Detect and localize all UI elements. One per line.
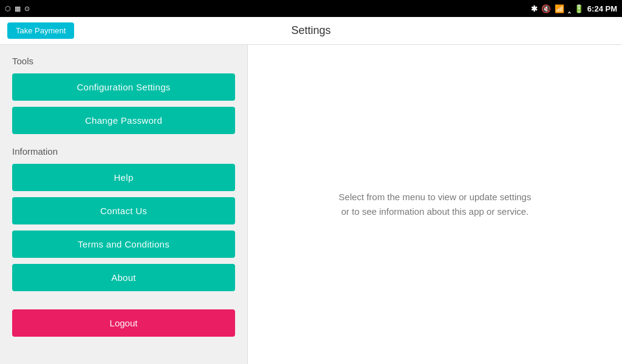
help-button[interactable]: Help — [12, 164, 235, 191]
signal-mute-icon: 🔇 — [541, 4, 551, 13]
usb-icon: ⬡ — [5, 5, 11, 13]
status-bar-right: ✱ 🔇 📶 ‸ 🔋 6:24 PM — [531, 4, 617, 13]
contact-us-button[interactable]: Contact Us — [12, 197, 235, 224]
information-label: Information — [12, 146, 235, 157]
tools-section: Tools Configuration Settings Change Pass… — [12, 56, 235, 134]
main-content: Tools Configuration Settings Change Pass… — [0, 45, 622, 364]
configuration-settings-button[interactable]: Configuration Settings — [12, 73, 235, 101]
status-bar: ⬡ ▦ ⊙ ✱ 🔇 📶 ‸ 🔋 6:24 PM — [0, 0, 622, 17]
battery-clock-icon: ⊙ — [24, 5, 30, 13]
information-section: Information Help Contact Us Terms and Co… — [12, 146, 235, 291]
network-icon: ‸ — [568, 4, 570, 13]
content-line2: or to see information about this app or … — [339, 204, 531, 219]
change-password-button[interactable]: Change Password — [12, 107, 235, 134]
take-payment-button[interactable]: Take Payment — [7, 22, 74, 39]
content-line1: Select from the menu to view or update s… — [339, 190, 531, 204]
about-button[interactable]: About — [12, 264, 235, 291]
header-bar: Take Payment Settings — [0, 17, 622, 45]
content-message: Select from the menu to view or update s… — [339, 190, 531, 219]
logout-button[interactable]: Logout — [12, 309, 235, 337]
page-title: Settings — [291, 24, 330, 37]
sidebar: Tools Configuration Settings Change Pass… — [0, 45, 248, 364]
clock: 6:24 PM — [587, 4, 617, 13]
wifi-icon: 📶 — [555, 4, 564, 13]
bluetooth-icon: ✱ — [531, 4, 538, 13]
sim-icon: ▦ — [15, 5, 21, 13]
status-bar-left: ⬡ ▦ ⊙ — [5, 5, 30, 13]
terms-button[interactable]: Terms and Conditions — [12, 231, 235, 258]
battery-icon: 🔋 — [574, 4, 584, 13]
content-area: Select from the menu to view or update s… — [248, 45, 622, 364]
tools-label: Tools — [12, 56, 235, 66]
